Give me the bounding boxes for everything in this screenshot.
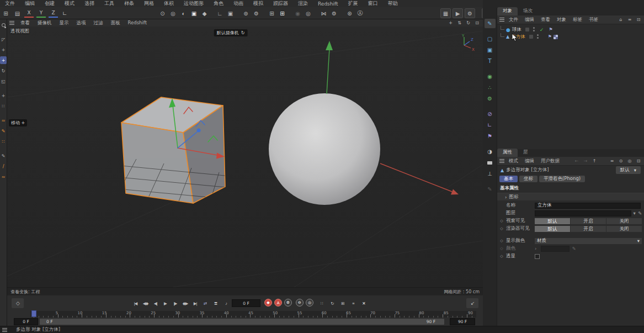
search-icon[interactable]: [600, 158, 606, 165]
menu-item[interactable]: 模式: [60, 0, 79, 7]
axis-move-icon[interactable]: +: [0, 92, 7, 99]
play-button[interactable]: ▶: [161, 299, 170, 308]
symmetry-generator-icon[interactable]: ⚑: [485, 131, 496, 141]
visibility-option-button[interactable]: 开启: [571, 226, 606, 232]
live-selection-icon[interactable]: ⊙: [157, 8, 168, 18]
visibility-dots[interactable]: [533, 27, 535, 32]
view-label[interactable]: 透视视图: [10, 28, 29, 35]
section-chip[interactable]: 坐标: [519, 176, 537, 182]
range-start-field[interactable]: 0 F: [14, 318, 38, 325]
camera-label[interactable]: 默认摄像机 ↻: [214, 29, 248, 36]
keyframe-diamond-icon[interactable]: ◇: [499, 239, 504, 243]
visibility-option-button[interactable]: 关闭: [606, 218, 642, 224]
playhead[interactable]: [31, 310, 36, 317]
symmetry-icon[interactable]: ⋈: [318, 8, 329, 18]
scale-tool-icon[interactable]: ◱: [0, 77, 7, 85]
camera-reset-icon[interactable]: ↻: [241, 30, 245, 35]
filter-icon[interactable]: ≡: [626, 17, 633, 23]
menu-item[interactable]: Redshift: [313, 1, 343, 7]
render-settings-icon[interactable]: ⚙: [465, 8, 475, 18]
multi-move-icon[interactable]: ∷: [0, 102, 7, 110]
render-settings-icon[interactable]: ⚙: [251, 8, 262, 18]
attr-menu-icon[interactable]: [499, 159, 504, 163]
viewport-scene[interactable]: 透视视图 默认摄像机 ↻ 移动 + Y Z X: [7, 27, 483, 287]
pan-view-icon[interactable]: +: [447, 20, 454, 26]
sky-environment-icon[interactable]: ◑: [485, 147, 496, 156]
display-color-dropdown[interactable]: 材质 ▾: [535, 238, 642, 244]
menu-item[interactable]: 动画: [228, 0, 248, 7]
asset-icon[interactable]: ◆: [199, 8, 210, 18]
knife-tool-icon[interactable]: ✎: [0, 152, 7, 160]
keyframe-marker-button[interactable]: ◇: [12, 298, 24, 308]
line-cut-icon[interactable]: /: [0, 162, 7, 170]
visibility-dots[interactable]: [537, 34, 539, 39]
om-menu-item[interactable]: 查看: [537, 17, 553, 23]
visibility-option-button[interactable]: 关闭: [606, 226, 642, 232]
object-name[interactable]: 球体: [512, 27, 521, 33]
layer-toggle[interactable]: [525, 28, 529, 31]
viewport-menu-item[interactable]: 摄像机: [34, 20, 56, 27]
current-frame-field[interactable]: 0 F: [232, 299, 260, 307]
viewport-menu-item[interactable]: Redshift: [124, 20, 151, 27]
spline-pen-icon[interactable]: ✎: [485, 19, 496, 28]
object-row-cube[interactable]: ▲ 立方体 ⚑: [497, 33, 644, 40]
autokey-button[interactable]: A: [274, 299, 282, 306]
om-menu-item[interactable]: 编辑: [521, 17, 537, 23]
bend-deformer-icon[interactable]: ⊘: [485, 109, 496, 119]
menu-item[interactable]: 网格: [139, 0, 159, 7]
loop-button[interactable]: ⇄: [200, 299, 210, 308]
menu-item[interactable]: 编辑: [20, 0, 40, 7]
move-tool-icon[interactable]: +: [0, 56, 7, 64]
menu-item[interactable]: 扩展: [343, 0, 363, 7]
coordinate-system-icon[interactable]: ∟: [215, 8, 225, 18]
app-grid-icon[interactable]: ⊞: [1, 8, 11, 18]
visibility-option-button[interactable]: 默认: [535, 218, 570, 224]
position-key-button[interactable]: ∷: [317, 299, 327, 308]
back-icon[interactable]: ←: [573, 158, 580, 165]
annotate-icon[interactable]: Ⓐ: [355, 8, 365, 18]
attr-menu-item[interactable]: 模式: [505, 158, 521, 165]
chevron-down-icon[interactable]: ▾: [634, 210, 636, 216]
panel-icon[interactable]: ⊡: [635, 17, 642, 23]
preset-dropdown[interactable]: 默认 ▾: [616, 166, 641, 174]
panel-icon[interactable]: ⊡: [635, 158, 642, 165]
viewport-menu-item[interactable]: 显示: [56, 20, 73, 27]
rotate-tool-icon[interactable]: ↻: [0, 67, 7, 75]
viewport-menu-item[interactable]: 面板: [107, 20, 124, 27]
home-icon[interactable]: ⌂: [618, 17, 624, 23]
locked-pen-icon[interactable]: ✎: [485, 184, 496, 194]
snap-key-button[interactable]: ✕: [359, 299, 369, 308]
selection-key-button[interactable]: ⊖: [296, 299, 304, 306]
prev-key-button[interactable]: ◀◆: [141, 299, 150, 308]
attr-menu-item[interactable]: 编辑: [521, 158, 537, 165]
axis-lock-z-button[interactable]: Z: [49, 9, 58, 18]
stage-icon[interactable]: ⊥: [485, 169, 496, 178]
dolly-view-icon[interactable]: ⇅: [456, 20, 463, 26]
lock-icon[interactable]: ⊙: [618, 158, 624, 165]
axis-lock-x-button[interactable]: X: [24, 9, 34, 18]
pla-button[interactable]: ◎: [306, 299, 313, 306]
tag-flag-icon[interactable]: ⚑: [549, 27, 552, 32]
workplane-icon[interactable]: ▣: [225, 8, 236, 18]
menu-item[interactable]: 角色: [209, 0, 228, 7]
curve-tool-icon[interactable]: ≈: [0, 117, 7, 124]
om-menu-item[interactable]: 文件: [505, 17, 521, 23]
om-menu-item[interactable]: 书签: [586, 17, 602, 23]
menu-item[interactable]: 窗口: [363, 0, 383, 7]
spline-wrap-icon[interactable]: ∟: [485, 120, 496, 130]
disabled-snap-icon[interactable]: ◉: [292, 8, 303, 18]
layer-dropdown[interactable]: [535, 210, 631, 216]
keyframe-diamond-icon[interactable]: ◇: [499, 254, 504, 258]
viewport-menu-icon[interactable]: [9, 21, 14, 25]
status-menu-icon[interactable]: [2, 328, 7, 332]
attr-menu-item[interactable]: 用户数据: [537, 158, 563, 165]
forward-icon[interactable]: →: [582, 158, 589, 165]
next-key-button[interactable]: ◆▶: [180, 299, 190, 308]
layer-key-button[interactable]: ≡: [349, 299, 358, 308]
visibility-option-button[interactable]: 开启: [571, 218, 606, 224]
coordinate-system-icon[interactable]: ∟: [60, 8, 70, 18]
panel-tab[interactable]: 场次: [518, 7, 538, 15]
viewport-menu-item[interactable]: 过滤: [90, 20, 107, 27]
menu-item[interactable]: 选择: [79, 0, 99, 7]
search-icon[interactable]: [609, 17, 615, 23]
